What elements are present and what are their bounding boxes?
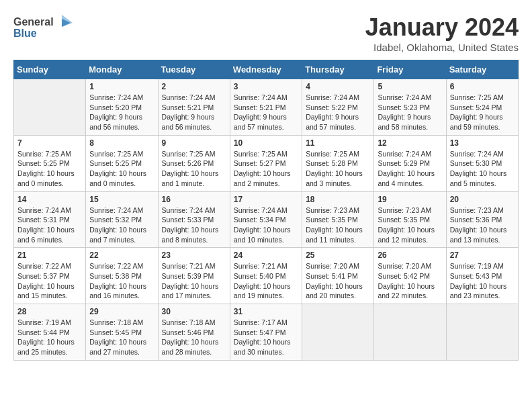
table-row: 22Sunrise: 7:22 AM Sunset: 5:38 PM Dayli…: [86, 248, 158, 304]
day-number: 31: [234, 307, 298, 316]
day-number: 9: [162, 138, 226, 148]
day-number: 27: [450, 250, 515, 260]
table-row: 17Sunrise: 7:24 AM Sunset: 5:34 PM Dayli…: [230, 191, 302, 248]
calendar-subtitle: Idabel, Oklahoma, United States: [365, 42, 519, 53]
day-number: 23: [162, 250, 226, 260]
day-info: Sunrise: 7:19 AM Sunset: 5:43 PM Dayligh…: [450, 261, 515, 301]
calendar-title: January 2024: [365, 13, 519, 42]
day-info: Sunrise: 7:24 AM Sunset: 5:33 PM Dayligh…: [162, 205, 226, 245]
table-row: 16Sunrise: 7:24 AM Sunset: 5:33 PM Dayli…: [158, 191, 230, 248]
day-info: Sunrise: 7:22 AM Sunset: 5:37 PM Dayligh…: [17, 261, 82, 301]
table-row: 2Sunrise: 7:24 AM Sunset: 5:21 PM Daylig…: [158, 79, 230, 136]
day-number: 29: [89, 307, 154, 316]
table-row: 25Sunrise: 7:20 AM Sunset: 5:41 PM Dayli…: [302, 248, 374, 304]
day-number: 2: [162, 82, 226, 91]
day-number: 18: [306, 195, 370, 204]
day-number: 11: [306, 138, 370, 148]
table-row: [446, 304, 518, 361]
table-row: 26Sunrise: 7:20 AM Sunset: 5:42 PM Dayli…: [374, 248, 446, 304]
day-number: 10: [234, 138, 298, 148]
logo-svg: General Blue: [13, 13, 74, 44]
calendar-table: Sunday Monday Tuesday Wednesday Thursday…: [13, 60, 519, 361]
day-number: 3: [234, 82, 298, 91]
day-number: 13: [450, 138, 515, 148]
day-info: Sunrise: 7:24 AM Sunset: 5:20 PM Dayligh…: [89, 93, 154, 132]
table-row: 14Sunrise: 7:24 AM Sunset: 5:31 PM Dayli…: [14, 191, 86, 248]
day-info: Sunrise: 7:23 AM Sunset: 5:35 PM Dayligh…: [378, 205, 442, 245]
day-number: 21: [17, 250, 82, 260]
calendar-header-row: Sunday Monday Tuesday Wednesday Thursday…: [14, 60, 519, 79]
table-row: 30Sunrise: 7:18 AM Sunset: 5:46 PM Dayli…: [158, 304, 230, 361]
calendar-week-2: 7Sunrise: 7:25 AM Sunset: 5:25 PM Daylig…: [14, 135, 519, 191]
day-info: Sunrise: 7:25 AM Sunset: 5:27 PM Dayligh…: [234, 149, 298, 189]
table-row: [302, 304, 374, 361]
title-area: January 2024 Idabel, Oklahoma, United St…: [365, 13, 519, 53]
day-info: Sunrise: 7:20 AM Sunset: 5:41 PM Dayligh…: [306, 261, 370, 301]
header-friday: Friday: [374, 60, 446, 79]
day-number: 24: [234, 250, 298, 260]
day-info: Sunrise: 7:20 AM Sunset: 5:42 PM Dayligh…: [378, 261, 442, 301]
header-sunday: Sunday: [14, 60, 86, 79]
table-row: 28Sunrise: 7:19 AM Sunset: 5:44 PM Dayli…: [14, 304, 86, 361]
table-row: 6Sunrise: 7:25 AM Sunset: 5:24 PM Daylig…: [446, 79, 518, 136]
table-row: 15Sunrise: 7:24 AM Sunset: 5:32 PM Dayli…: [86, 191, 158, 248]
day-number: 6: [450, 82, 515, 91]
calendar-week-5: 28Sunrise: 7:19 AM Sunset: 5:44 PM Dayli…: [14, 304, 519, 361]
day-number: 7: [17, 138, 82, 148]
svg-text:Blue: Blue: [13, 28, 37, 39]
day-info: Sunrise: 7:25 AM Sunset: 5:24 PM Dayligh…: [450, 93, 515, 132]
table-row: 21Sunrise: 7:22 AM Sunset: 5:37 PM Dayli…: [14, 248, 86, 304]
svg-text:General: General: [13, 16, 54, 28]
day-number: 30: [162, 307, 226, 316]
day-info: Sunrise: 7:24 AM Sunset: 5:32 PM Dayligh…: [89, 205, 154, 245]
header-monday: Monday: [86, 60, 158, 79]
day-info: Sunrise: 7:24 AM Sunset: 5:31 PM Dayligh…: [17, 205, 82, 245]
table-row: 10Sunrise: 7:25 AM Sunset: 5:27 PM Dayli…: [230, 135, 302, 191]
table-row: 7Sunrise: 7:25 AM Sunset: 5:25 PM Daylig…: [14, 135, 86, 191]
day-info: Sunrise: 7:21 AM Sunset: 5:40 PM Dayligh…: [234, 261, 298, 301]
table-row: 12Sunrise: 7:24 AM Sunset: 5:29 PM Dayli…: [374, 135, 446, 191]
calendar-week-3: 14Sunrise: 7:24 AM Sunset: 5:31 PM Dayli…: [14, 191, 519, 248]
day-info: Sunrise: 7:18 AM Sunset: 5:45 PM Dayligh…: [89, 318, 154, 357]
table-row: 13Sunrise: 7:24 AM Sunset: 5:30 PM Dayli…: [446, 135, 518, 191]
calendar-week-4: 21Sunrise: 7:22 AM Sunset: 5:37 PM Dayli…: [14, 248, 519, 304]
table-row: 3Sunrise: 7:24 AM Sunset: 5:21 PM Daylig…: [230, 79, 302, 136]
day-info: Sunrise: 7:18 AM Sunset: 5:46 PM Dayligh…: [162, 318, 226, 357]
day-info: Sunrise: 7:24 AM Sunset: 5:21 PM Dayligh…: [234, 93, 298, 132]
table-row: 5Sunrise: 7:24 AM Sunset: 5:23 PM Daylig…: [374, 79, 446, 136]
table-row: 8Sunrise: 7:25 AM Sunset: 5:25 PM Daylig…: [86, 135, 158, 191]
header-thursday: Thursday: [302, 60, 374, 79]
day-number: 12: [378, 138, 442, 148]
table-row: 29Sunrise: 7:18 AM Sunset: 5:45 PM Dayli…: [86, 304, 158, 361]
day-info: Sunrise: 7:25 AM Sunset: 5:28 PM Dayligh…: [306, 149, 370, 189]
day-number: 16: [162, 195, 226, 204]
svg-marker-3: [62, 15, 73, 27]
day-info: Sunrise: 7:23 AM Sunset: 5:36 PM Dayligh…: [450, 205, 515, 245]
header-tuesday: Tuesday: [158, 60, 230, 79]
day-number: 26: [378, 250, 442, 260]
table-row: 31Sunrise: 7:17 AM Sunset: 5:47 PM Dayli…: [230, 304, 302, 361]
day-info: Sunrise: 7:23 AM Sunset: 5:35 PM Dayligh…: [306, 205, 370, 245]
day-info: Sunrise: 7:21 AM Sunset: 5:39 PM Dayligh…: [162, 261, 226, 301]
day-number: 20: [450, 195, 515, 204]
table-row: 19Sunrise: 7:23 AM Sunset: 5:35 PM Dayli…: [374, 191, 446, 248]
day-number: 5: [378, 82, 442, 91]
day-number: 17: [234, 195, 298, 204]
table-row: 18Sunrise: 7:23 AM Sunset: 5:35 PM Dayli…: [302, 191, 374, 248]
table-row: 23Sunrise: 7:21 AM Sunset: 5:39 PM Dayli…: [158, 248, 230, 304]
day-number: 19: [378, 195, 442, 204]
table-row: 4Sunrise: 7:24 AM Sunset: 5:22 PM Daylig…: [302, 79, 374, 136]
day-info: Sunrise: 7:25 AM Sunset: 5:26 PM Dayligh…: [162, 149, 226, 189]
day-number: 15: [89, 195, 154, 204]
logo: General Blue: [13, 13, 74, 44]
day-number: 14: [17, 195, 82, 204]
table-row: [14, 79, 86, 136]
header: General Blue January 2024 Idabel, Oklaho…: [13, 13, 519, 53]
calendar-week-1: 1Sunrise: 7:24 AM Sunset: 5:20 PM Daylig…: [14, 79, 519, 136]
table-row: 24Sunrise: 7:21 AM Sunset: 5:40 PM Dayli…: [230, 248, 302, 304]
header-saturday: Saturday: [446, 60, 518, 79]
day-info: Sunrise: 7:22 AM Sunset: 5:38 PM Dayligh…: [89, 261, 154, 301]
day-info: Sunrise: 7:25 AM Sunset: 5:25 PM Dayligh…: [17, 149, 82, 189]
day-info: Sunrise: 7:24 AM Sunset: 5:30 PM Dayligh…: [450, 149, 515, 189]
table-row: 20Sunrise: 7:23 AM Sunset: 5:36 PM Dayli…: [446, 191, 518, 248]
